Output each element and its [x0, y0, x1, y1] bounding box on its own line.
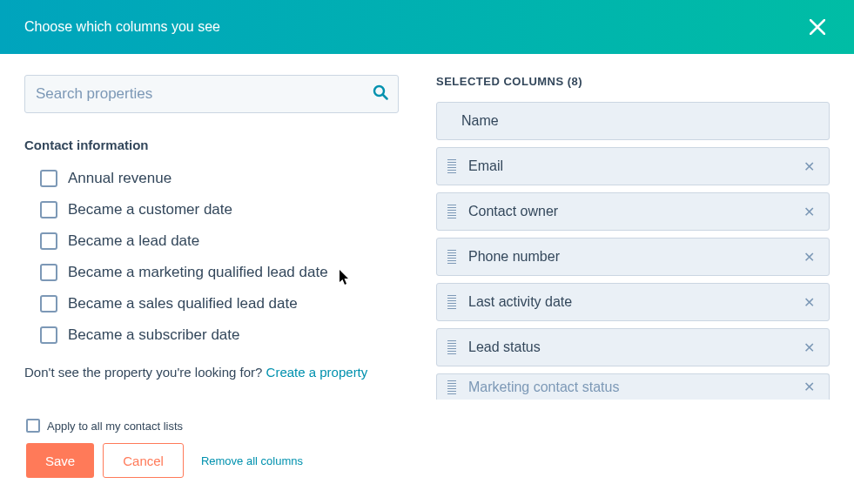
property-item[interactable]: Became a customer date [24, 194, 399, 225]
property-list: Annual revenue Became a customer date Be… [24, 163, 399, 351]
selected-column-item: Name [436, 102, 830, 140]
property-item[interactable]: Became a lead date [24, 225, 399, 257]
search-input[interactable] [24, 75, 399, 113]
search-icon [373, 84, 388, 104]
cancel-button[interactable]: Cancel [103, 443, 184, 478]
selected-column-item[interactable]: Marketing contact status ✕ [436, 373, 830, 400]
property-label: Became a sales qualified lead date [68, 295, 298, 312]
available-properties-panel: Contact information Annual revenue Becam… [24, 75, 412, 415]
property-item[interactable]: Annual revenue [24, 163, 399, 194]
checkbox[interactable] [40, 170, 57, 187]
help-text-prefix: Don't see the property you're looking fo… [24, 365, 266, 380]
drag-handle-icon[interactable] [447, 380, 456, 394]
property-label: Became a customer date [68, 201, 232, 218]
checkbox[interactable] [40, 326, 57, 344]
selected-column-item[interactable]: Last activity date ✕ [436, 283, 830, 321]
svg-line-1 [383, 95, 387, 99]
selected-column-label: Email [468, 158, 800, 174]
remove-column-button[interactable]: ✕ [800, 245, 818, 269]
selected-column-label: Name [461, 113, 818, 129]
section-title: Contact information [24, 138, 399, 152]
property-label: Became a marketing qualified lead date [68, 264, 328, 281]
dialog-content: Contact information Annual revenue Becam… [0, 54, 854, 415]
drag-handle-icon[interactable] [447, 205, 456, 218]
apply-all-row: Apply to all my contact lists [26, 419, 828, 433]
selected-column-label: Marketing contact status [468, 380, 800, 395]
button-row: Save Cancel Remove all columns [26, 443, 828, 478]
checkbox[interactable] [40, 264, 57, 281]
create-property-link[interactable]: Create a property [266, 365, 368, 380]
checkbox[interactable] [40, 295, 57, 312]
remove-column-button[interactable]: ✕ [800, 155, 818, 178]
dialog-title: Choose which columns you see [24, 19, 220, 35]
apply-all-checkbox[interactable] [26, 419, 40, 433]
help-text: Don't see the property you're looking fo… [24, 365, 399, 380]
selected-columns-panel: SELECTED COLUMNS (8) Name Email ✕ Contac… [412, 75, 830, 415]
selected-columns-list: Name Email ✕ Contact owner ✕ Phone numbe… [436, 102, 830, 400]
remove-all-link[interactable]: Remove all columns [201, 454, 303, 467]
remove-column-button[interactable]: ✕ [800, 291, 818, 314]
property-label: Became a subscriber date [68, 326, 240, 344]
selected-column-label: Phone number [468, 249, 800, 265]
property-item[interactable]: Became a sales qualified lead date [24, 288, 399, 319]
selected-column-item[interactable]: Lead status ✕ [436, 328, 830, 366]
remove-column-button[interactable]: ✕ [800, 336, 818, 360]
drag-handle-icon[interactable] [447, 159, 456, 173]
property-label: Annual revenue [68, 170, 171, 187]
save-button[interactable]: Save [26, 443, 94, 478]
search-wrapper [24, 75, 399, 113]
selected-column-label: Last activity date [468, 294, 800, 310]
remove-column-button[interactable]: ✕ [800, 375, 818, 399]
selected-column-label: Contact owner [468, 204, 800, 219]
selected-columns-title: SELECTED COLUMNS (8) [436, 75, 830, 88]
close-icon [810, 19, 825, 35]
property-label: Became a lead date [68, 232, 199, 250]
selected-column-item[interactable]: Contact owner ✕ [436, 192, 830, 231]
drag-handle-icon[interactable] [447, 295, 456, 309]
selected-column-item[interactable]: Email ✕ [436, 147, 830, 185]
apply-all-label: Apply to all my contact lists [47, 420, 183, 433]
property-item[interactable]: Became a marketing qualified lead date [24, 257, 399, 288]
close-button[interactable] [805, 15, 830, 39]
dialog-header: Choose which columns you see [0, 0, 854, 54]
property-item[interactable]: Became a subscriber date [24, 319, 399, 351]
selected-column-label: Lead status [468, 339, 800, 355]
drag-handle-icon[interactable] [447, 250, 456, 264]
dialog-footer: Apply to all my contact lists Save Cance… [0, 415, 854, 499]
remove-column-button[interactable]: ✕ [800, 200, 818, 224]
checkbox[interactable] [40, 232, 57, 250]
checkbox[interactable] [40, 201, 57, 218]
drag-handle-icon[interactable] [447, 340, 456, 354]
selected-column-item[interactable]: Phone number ✕ [436, 238, 830, 276]
